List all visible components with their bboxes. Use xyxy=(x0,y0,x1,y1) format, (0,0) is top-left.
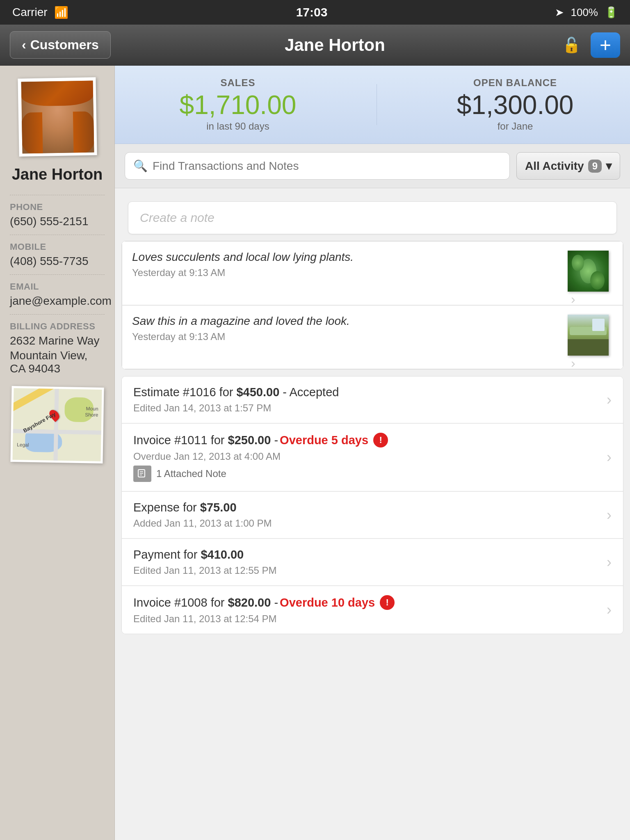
transaction-date-invoice-1008: Edited Jan 11, 2013 at 12:54 PM xyxy=(133,613,607,625)
activity-count: 9 xyxy=(588,160,602,173)
transaction-date-invoice: Overdue Jan 12, 2013 at 4:00 AM xyxy=(133,451,607,462)
sales-stat: SALES $1,710.00 in last 90 days xyxy=(180,77,297,132)
transaction-date-expense: Added Jan 11, 2013 at 1:00 PM xyxy=(133,518,272,529)
invoice-1008-text: Invoice #1008 for $820.00 - xyxy=(133,596,278,609)
transaction-details-invoice: Invoice #1011 for $250.00 - Overdue 5 da… xyxy=(133,433,607,482)
sales-amount: $1,710.00 xyxy=(180,92,297,118)
transaction-date-payment: Edited Jan 11, 2013 at 12:55 PM xyxy=(133,565,277,576)
transaction-invoice-1011[interactable]: Invoice #1011 for $250.00 - Overdue 5 da… xyxy=(122,423,623,491)
avatar-frame xyxy=(18,77,97,156)
nav-bar: ‹ Customers Jane Horton 🔓 + xyxy=(0,25,630,66)
divider-address xyxy=(10,314,105,315)
map-container[interactable]: Bayshore Fwy Moun Shore Legal xyxy=(10,387,105,463)
mobile-label: MOBILE xyxy=(10,242,105,252)
activity-filter-button[interactable]: All Activity 9 ▾ xyxy=(516,152,620,180)
search-input[interactable] xyxy=(153,160,501,173)
divider-mobile xyxy=(10,235,105,235)
succulent-image xyxy=(568,251,609,292)
transaction-payment[interactable]: Payment for $410.00 Edited Jan 11, 2013 … xyxy=(122,539,623,586)
chevron-right-icon-invoice-1008: › xyxy=(607,601,612,619)
transaction-details-expense: Expense for $75.00 Added Jan 11, 2013 at… xyxy=(133,501,272,529)
transaction-title-invoice-1008: Invoice #1008 for $820.00 - Overdue 10 d… xyxy=(133,595,607,610)
transaction-title-estimate: Estimate #1016 for $450.00 - Accepted xyxy=(133,386,339,399)
garden-image xyxy=(568,315,609,356)
carrier-label: Carrier xyxy=(12,6,48,19)
create-note-placeholder: Create a note xyxy=(140,211,215,224)
attached-note-icon xyxy=(133,466,151,482)
time-label: 17:03 xyxy=(296,5,328,19)
create-note-input[interactable]: Create a note xyxy=(128,201,617,234)
battery-label: 100% xyxy=(571,6,598,19)
customers-back-button[interactable]: ‹ Customers xyxy=(10,31,111,59)
email-value: jane@example.com xyxy=(10,294,105,308)
overdue-alert-icon-1011: ! xyxy=(373,433,388,447)
transaction-estimate-1016[interactable]: Estimate #1016 for $450.00 - Accepted Ed… xyxy=(122,377,623,423)
note-image-2 xyxy=(568,315,609,356)
note-thumbnail-1: › xyxy=(568,251,613,296)
main-layout: Jane Horton PHONE (650) 555-2151 MOBILE … xyxy=(0,66,630,840)
transaction-date-estimate: Edited Jan 14, 2013 at 1:57 PM xyxy=(133,402,339,414)
phone-label: PHONE xyxy=(10,202,105,212)
note-title-1: Loves succulents and local low lying pla… xyxy=(132,251,561,264)
address-line-2: Mountain View, CA 94043 xyxy=(10,349,105,375)
overdue-text-1011: Overdue 5 days xyxy=(280,434,368,447)
notes-group: Loves succulents and local low lying pla… xyxy=(121,241,623,370)
transaction-meta-invoice: 1 Attached Note xyxy=(133,466,607,482)
note-text-area-2: Saw this in a magazine and loved the loo… xyxy=(132,315,561,342)
map-label-mountain: Moun xyxy=(86,406,98,412)
stats-divider xyxy=(377,84,377,125)
divider-phone xyxy=(10,195,105,195)
transaction-details-invoice-1008: Invoice #1008 for $820.00 - Overdue 10 d… xyxy=(133,595,607,625)
sales-sub: in last 90 days xyxy=(180,121,297,132)
search-box[interactable]: 🔍 xyxy=(125,152,510,180)
add-button[interactable]: + xyxy=(591,32,620,58)
overdue-text-1008: Overdue 10 days xyxy=(280,596,375,609)
overdue-alert-icon-1008: ! xyxy=(380,595,395,610)
search-area: 🔍 All Activity 9 ▾ xyxy=(115,144,630,188)
balance-stat: OPEN BALANCE $1,300.00 for Jane xyxy=(457,77,574,132)
chevron-right-icon-invoice: › xyxy=(607,449,612,466)
note-image-1 xyxy=(568,251,609,292)
note-thumbnail-2: › xyxy=(568,315,613,360)
transaction-expense[interactable]: Expense for $75.00 Added Jan 11, 2013 at… xyxy=(122,491,623,539)
status-bar: Carrier 📶 17:03 ➤ 100% 🔋 xyxy=(0,0,630,25)
chevron-right-icon-payment: › xyxy=(607,554,612,571)
transaction-title-invoice: Invoice #1011 for $250.00 - Overdue 5 da… xyxy=(133,433,607,447)
chevron-down-icon: ▾ xyxy=(606,159,612,173)
note-time-1: Yesterday at 9:13 AM xyxy=(132,267,561,278)
note-arrow-2: › xyxy=(571,356,575,370)
wifi-icon: 📶 xyxy=(54,6,68,19)
note-arrow-1: › xyxy=(571,292,575,306)
sales-label: SALES xyxy=(180,77,297,89)
address-line-1: 2632 Marine Way xyxy=(10,334,105,347)
phone-value: (650) 555-2151 xyxy=(10,215,105,228)
balance-amount: $1,300.00 xyxy=(457,92,574,118)
avatar xyxy=(21,80,94,153)
balance-sub: for Jane xyxy=(457,121,574,132)
status-bar-right: ➤ 100% 🔋 xyxy=(555,6,618,19)
battery-icon: 🔋 xyxy=(605,6,618,19)
note-item-2[interactable]: Saw this in a magazine and loved the loo… xyxy=(122,305,623,369)
transaction-invoice-1008[interactable]: Invoice #1008 for $820.00 - Overdue 10 d… xyxy=(122,586,623,634)
email-label: EMAIL xyxy=(10,281,105,292)
note-item-1[interactable]: Loves succulents and local low lying pla… xyxy=(122,241,623,305)
content-area: SALES $1,710.00 in last 90 days OPEN BAL… xyxy=(115,66,630,840)
transaction-row-invoice: Invoice #1011 for $250.00 - Overdue 5 da… xyxy=(133,433,612,482)
avatar-hair-side-left xyxy=(21,112,42,153)
status-bar-left: Carrier 📶 xyxy=(12,6,68,19)
avatar-hair xyxy=(21,80,93,106)
chevron-right-icon-estimate: › xyxy=(607,391,612,409)
page-title: Jane Horton xyxy=(111,35,559,55)
lock-button[interactable]: 🔓 xyxy=(559,33,584,57)
map-view: Bayshore Fwy Moun Shore Legal xyxy=(12,388,102,461)
customers-back-label: Customers xyxy=(30,37,99,52)
mobile-value: (408) 555-7735 xyxy=(10,255,105,268)
note-text-area-1: Loves succulents and local low lying pla… xyxy=(132,251,561,278)
activity-label: All Activity xyxy=(525,160,584,173)
map-label-shore: Shore xyxy=(85,412,98,418)
customer-name: Jane Horton xyxy=(10,166,105,183)
attached-note-count: 1 Attached Note xyxy=(156,468,226,479)
search-icon: 🔍 xyxy=(133,159,148,173)
back-chevron-icon: ‹ xyxy=(22,37,26,52)
transaction-details-estimate: Estimate #1016 for $450.00 - Accepted Ed… xyxy=(133,386,339,414)
